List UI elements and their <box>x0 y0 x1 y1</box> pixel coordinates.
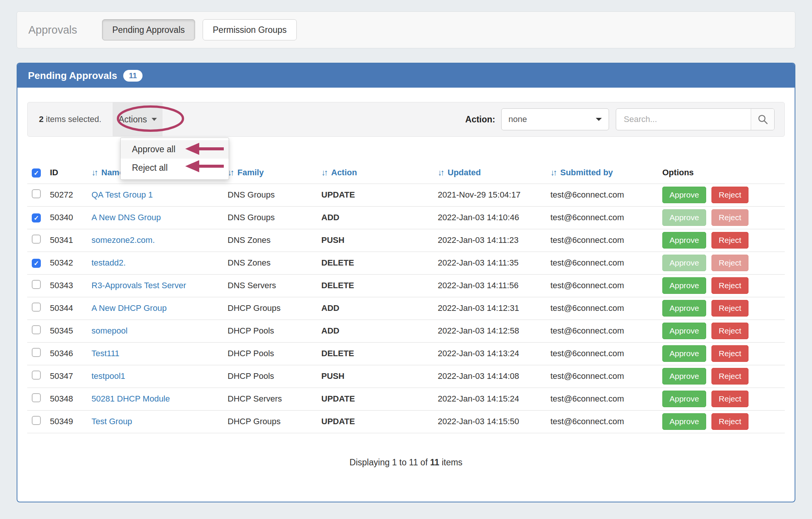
row-updated: 2022-Jan-03 14:12:31 <box>433 297 546 320</box>
table-row: ✓ 50344 A New DHCP Group DHCP Groups ADD… <box>27 297 785 320</box>
row-name-link[interactable]: 50281 DHCP Module <box>91 394 170 403</box>
row-name-link[interactable]: R3-Approvals Test Server <box>91 281 186 290</box>
row-checkbox[interactable]: ✓ <box>32 189 41 198</box>
row-submitted-by: test@6connect.com <box>546 365 658 388</box>
row-submitted-by: test@6connect.com <box>546 410 658 433</box>
reject-button[interactable]: Reject <box>711 323 748 339</box>
row-id: 50344 <box>45 297 87 320</box>
reject-button[interactable]: Reject <box>711 187 748 203</box>
reject-button[interactable]: Reject <box>711 277 748 294</box>
row-name-link[interactable]: A New DNS Group <box>91 213 161 222</box>
table-body: ✓ 50272 QA Test Group 1 DNS Groups UPDAT… <box>27 184 785 433</box>
action-select-value: none <box>508 114 527 124</box>
row-updated: 2022-Jan-03 14:11:23 <box>433 229 546 252</box>
approve-button[interactable]: Approve <box>662 368 706 385</box>
table-row: ✓ 50272 QA Test Group 1 DNS Groups UPDAT… <box>27 184 785 206</box>
table-row: ✓ 50349 Test Group DHCP Groups UPDATE 20… <box>27 410 785 433</box>
reject-button[interactable]: Reject <box>711 391 748 407</box>
row-checkbox[interactable]: ✓ <box>32 416 41 425</box>
approve-button[interactable]: Approve <box>662 391 706 407</box>
search-input[interactable] <box>616 109 751 130</box>
approve-button: Approve <box>662 209 706 226</box>
approve-button[interactable]: Approve <box>662 345 706 362</box>
column-header-updated[interactable]: ↓↑Updated <box>433 162 546 184</box>
table-row: ✓ 50343 R3-Approvals Test Server DNS Ser… <box>27 274 785 297</box>
row-submitted-by: test@6connect.com <box>546 297 658 320</box>
reject-button[interactable]: Reject <box>711 368 748 385</box>
row-checkbox[interactable]: ✓ <box>32 280 41 289</box>
row-updated: 2022-Jan-03 14:11:56 <box>433 274 546 297</box>
row-family: DHCP Pools <box>223 365 317 388</box>
row-checkbox[interactable]: ✓ <box>32 371 41 380</box>
actions-button-label: Actions <box>118 114 147 125</box>
table-row: ✓ 50347 testpool1 DHCP Pools PUSH 2022-J… <box>27 365 785 388</box>
menu-item-reject-all[interactable]: Reject all <box>121 159 229 177</box>
approve-button[interactable]: Approve <box>662 187 706 203</box>
row-name-link[interactable]: QA Test Group 1 <box>91 190 153 199</box>
row-family: DNS Zones <box>223 229 317 252</box>
row-id: 50341 <box>45 229 87 252</box>
sort-icon: ↓↑ <box>91 168 97 177</box>
row-updated: 2022-Jan-03 14:11:35 <box>433 252 546 274</box>
row-family: DHCP Groups <box>223 297 317 320</box>
page-header: Approvals Pending Approvals Permission G… <box>17 11 795 48</box>
row-checkbox[interactable]: ✓ <box>32 348 41 357</box>
row-name-link[interactable]: somezone2.com. <box>91 235 155 245</box>
selected-items-info: 2 items selected. <box>39 114 101 124</box>
row-checkbox[interactable]: ✓ <box>32 235 41 244</box>
row-id: 50346 <box>45 342 87 365</box>
row-action: PUSH <box>317 229 433 252</box>
tab-pending-approvals[interactable]: Pending Approvals <box>102 19 195 40</box>
reject-button[interactable]: Reject <box>711 413 748 430</box>
row-submitted-by: test@6connect.com <box>546 206 658 229</box>
row-action: UPDATE <box>317 184 433 206</box>
column-header-action[interactable]: ↓↑Action <box>317 162 433 184</box>
table-footer: Displaying 1 to 11 of 11 items <box>27 457 785 468</box>
row-updated: 2022-Jan-03 14:13:24 <box>433 342 546 365</box>
row-checkbox[interactable]: ✓ <box>32 393 41 402</box>
approve-button[interactable]: Approve <box>662 232 706 249</box>
reject-button[interactable]: Reject <box>711 300 748 317</box>
row-id: 50343 <box>45 274 87 297</box>
reject-button[interactable]: Reject <box>711 232 748 249</box>
sort-icon: ↓↑ <box>550 168 556 177</box>
row-updated: 2021-Nov-29 15:04:17 <box>433 184 546 206</box>
reject-button[interactable]: Reject <box>711 345 748 362</box>
reject-button: Reject <box>711 209 748 226</box>
row-name-link[interactable]: Test111 <box>91 349 119 358</box>
row-family: DNS Groups <box>223 184 317 206</box>
row-id: 50272 <box>45 184 87 206</box>
select-all-checkbox[interactable]: ✓ <box>32 168 41 178</box>
footer-suffix: items <box>439 457 462 467</box>
row-name-link[interactable]: A New DHCP Group <box>91 303 167 313</box>
row-name-link[interactable]: testadd2. <box>91 258 126 267</box>
row-action: DELETE <box>317 342 433 365</box>
search-button[interactable] <box>751 109 774 130</box>
column-header-submitted-by[interactable]: ↓↑Submitted by <box>546 162 658 184</box>
row-name-link[interactable]: Test Group <box>91 417 132 426</box>
row-checkbox[interactable]: ✓ <box>32 213 41 222</box>
row-action: UPDATE <box>317 410 433 433</box>
column-header-family[interactable]: ↓↑Family <box>223 162 317 184</box>
search-icon <box>757 114 769 125</box>
actions-dropdown-button[interactable]: Actions <box>113 102 163 136</box>
approve-button[interactable]: Approve <box>662 413 706 430</box>
row-updated: 2022-Jan-03 14:10:46 <box>433 206 546 229</box>
table-row: ✓ 50346 Test111 DHCP Pools DELETE 2022-J… <box>27 342 785 365</box>
toolbar-right-group: Action: none <box>465 108 775 130</box>
tab-permission-groups[interactable]: Permission Groups <box>203 19 297 40</box>
row-checkbox[interactable]: ✓ <box>32 325 41 334</box>
row-checkbox[interactable]: ✓ <box>32 259 41 268</box>
row-family: DHCP Groups <box>223 410 317 433</box>
row-checkbox[interactable]: ✓ <box>32 303 41 312</box>
menu-item-approve-all[interactable]: Approve all <box>121 140 229 159</box>
row-updated: 2022-Jan-03 14:15:24 <box>433 388 546 410</box>
approve-button[interactable]: Approve <box>662 300 706 317</box>
approve-button[interactable]: Approve <box>662 323 706 339</box>
action-select-label: Action: <box>465 114 495 125</box>
check-icon: ✓ <box>34 260 39 267</box>
row-name-link[interactable]: somepool <box>91 326 127 335</box>
action-select[interactable]: none <box>501 108 609 130</box>
approve-button[interactable]: Approve <box>662 277 706 294</box>
row-name-link[interactable]: testpool1 <box>91 371 125 381</box>
